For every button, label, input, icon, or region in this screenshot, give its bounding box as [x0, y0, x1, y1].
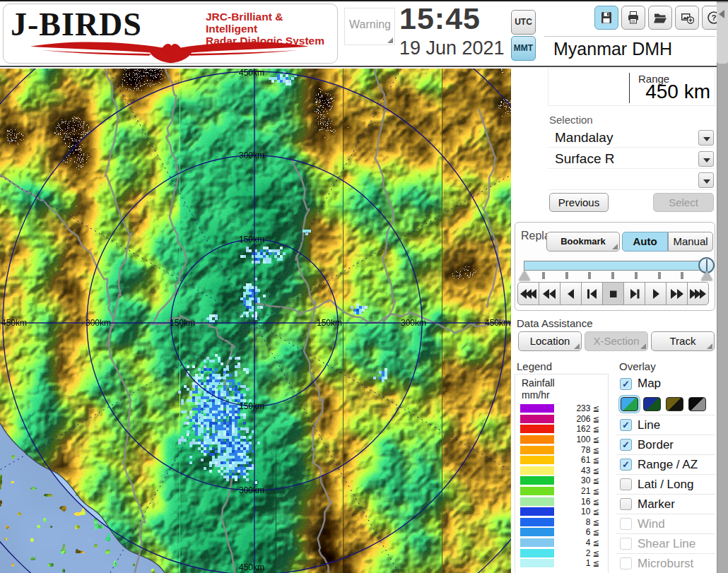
panel-collapse-tab[interactable]	[717, 3, 728, 64]
playback-forward-fast-button[interactable]	[687, 282, 709, 305]
open-folder-icon	[653, 11, 667, 25]
add-image-button[interactable]	[675, 6, 699, 30]
checkbox-map[interactable]: ✓	[620, 378, 632, 390]
selection-dropdown-3[interactable]	[548, 171, 715, 190]
playback-step-back-button[interactable]	[581, 282, 603, 305]
selection-label: Selection	[549, 114, 593, 126]
slider-start-marker-icon[interactable]	[519, 271, 530, 280]
legend-row: 16 ≦	[515, 496, 608, 507]
legend-panel: Rainfall mm/hr 233 ≦206 ≦162 ≦100 ≦78 ≦6…	[515, 374, 609, 573]
range-value: 450 km	[645, 81, 710, 103]
panel-scroll-strip[interactable]	[717, 1, 728, 573]
playback-play-button[interactable]	[645, 282, 667, 305]
overlay-item-border: ✓Border	[616, 435, 715, 454]
resize-grip-icon	[387, 37, 393, 43]
overlay-item-range-az: ✓Range / AZ	[616, 454, 715, 474]
print-button[interactable]	[621, 6, 645, 30]
legend-value: 43 ≦	[554, 466, 608, 475]
playback-rewind-fast-button[interactable]	[517, 282, 539, 305]
map-style-swatch-4[interactable]	[688, 397, 706, 411]
more-options-grip-icon	[574, 343, 580, 349]
legend-color-swatch	[520, 456, 554, 464]
legend-value: 100 ≦	[554, 435, 608, 444]
app-logo: J-BIRDS JRC-Brilliant & Intelligent Rada…	[3, 4, 338, 64]
timezone-mmt-button[interactable]: MMT	[511, 36, 536, 61]
dropdown-arrow-icon[interactable]	[698, 130, 714, 146]
play-icon	[647, 287, 665, 301]
legend-row: 100 ≦	[515, 435, 608, 445]
legend-row: 43 ≦	[515, 466, 608, 476]
selection-dropdown-1[interactable]: Mandalay	[548, 129, 715, 148]
forward-fast-icon	[689, 287, 708, 301]
open-folder-button[interactable]	[648, 6, 672, 30]
replay-manual-button[interactable]: Manual	[668, 232, 713, 252]
checkbox-marker[interactable]	[620, 498, 632, 510]
overlay-label: Marker	[638, 497, 675, 512]
legend-color-swatch	[520, 446, 554, 454]
overlay-label: Wind	[638, 517, 665, 531]
map-style-swatch-2[interactable]	[643, 397, 661, 411]
playback-stop-button[interactable]	[602, 282, 624, 305]
slider-tick	[565, 272, 568, 279]
add-image-icon	[680, 11, 694, 25]
range-divider	[629, 73, 630, 103]
legend-color-swatch	[520, 507, 554, 516]
track-button[interactable]: Track	[651, 331, 715, 351]
radar-map[interactable]	[0, 69, 511, 573]
map-style-swatch-3[interactable]	[666, 397, 683, 411]
selection-dropdown-2[interactable]: Surface R	[548, 150, 715, 169]
x-section-button[interactable]: X-Section	[585, 331, 648, 351]
dropdown-arrow-icon[interactable]	[698, 172, 714, 188]
clock-time: 15:45	[399, 1, 481, 36]
slider-tick	[542, 272, 545, 279]
timezone-utc-button[interactable]: UTC	[511, 10, 536, 35]
legend-color-swatch	[520, 487, 554, 495]
playback-forward-button[interactable]	[666, 282, 688, 305]
overlay-item-marker: Marker	[616, 494, 715, 514]
dropdown-arrow-icon[interactable]	[698, 151, 714, 167]
checkbox-border[interactable]: ✓	[620, 439, 632, 451]
checkbox-lati-long[interactable]	[620, 478, 632, 490]
legend-row: 206 ≦	[515, 414, 608, 425]
replay-panel: Replay Bookmark Auto Manual	[515, 222, 715, 311]
slider-end-marker-icon[interactable]	[701, 271, 712, 280]
legend-row: 233 ≦	[515, 403, 608, 414]
warning-button[interactable]: Warning	[344, 8, 395, 45]
map-style-selector	[616, 394, 715, 415]
range-panel: Range 450 km	[548, 69, 715, 106]
checkbox-range-az[interactable]: ✓	[620, 459, 632, 471]
legend-color-swatch	[520, 476, 554, 485]
legend-value: 16 ≦	[554, 497, 608, 507]
forward-icon	[668, 287, 686, 301]
eagle-logo-icon	[12, 37, 327, 64]
legend-row: 61 ≦	[515, 455, 608, 466]
checkbox-wind	[620, 518, 632, 530]
playback-rewind-button[interactable]	[539, 282, 560, 305]
legend-color-swatch	[520, 528, 554, 536]
save-button[interactable]	[594, 6, 618, 30]
legend-row: 21 ≦	[515, 486, 608, 497]
legend-color-swatch	[520, 549, 554, 557]
replay-auto-button[interactable]: Auto	[622, 232, 668, 252]
playback-controls	[517, 282, 709, 305]
legend-value: 233 ≦	[554, 403, 608, 413]
save-icon	[599, 11, 613, 25]
playback-play-reverse-button[interactable]	[560, 282, 582, 305]
replay-slider-track[interactable]	[524, 261, 710, 271]
legend-color-swatch	[520, 404, 554, 413]
slider-tick	[588, 272, 591, 279]
overlay-label: Microburst	[638, 557, 693, 571]
legend-row: 4 ≦	[515, 538, 608, 548]
map-style-swatch-1[interactable]	[621, 397, 638, 411]
logo-subtitle-line1: JRC-Brilliant & Intelligent	[206, 11, 337, 35]
select-button[interactable]: Select	[653, 193, 714, 212]
checkbox-line[interactable]: ✓	[620, 419, 632, 431]
bookmark-button[interactable]: Bookmark	[546, 232, 620, 252]
previous-button[interactable]: Previous	[549, 193, 609, 212]
button-label: X-Section	[593, 335, 639, 347]
toolbar: ?	[594, 6, 726, 30]
playback-step-forward-button[interactable]	[623, 282, 645, 305]
legend-color-swatch	[520, 435, 554, 444]
legend-color-swatch	[520, 425, 554, 433]
location-button[interactable]: Location	[518, 331, 582, 351]
